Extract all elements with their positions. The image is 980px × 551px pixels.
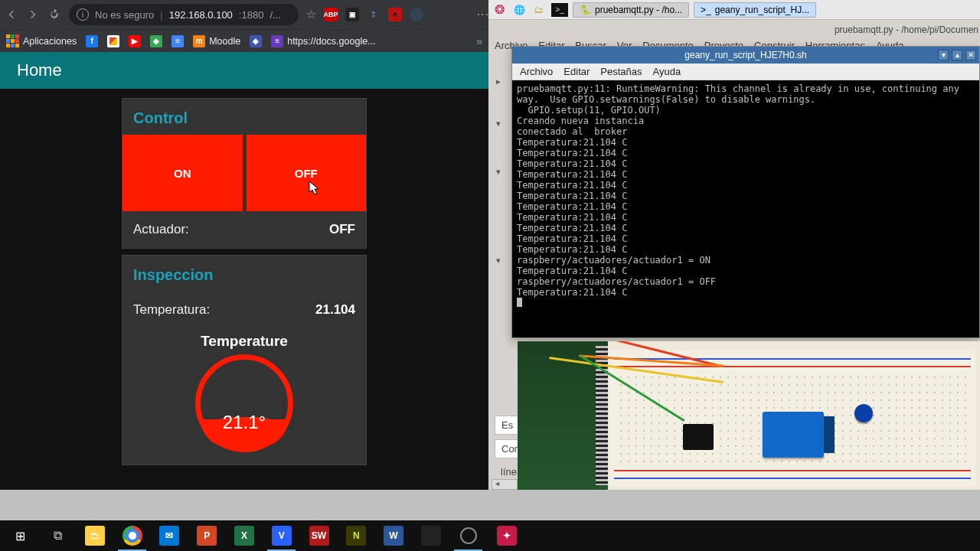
terminal-output[interactable]: pruebamqtt.py:11: RuntimeWarning: This c… bbox=[512, 80, 979, 337]
vnc-taskbar-button[interactable]: V bbox=[264, 520, 299, 551]
forward-button[interactable] bbox=[26, 8, 40, 21]
off-button[interactable]: OFF bbox=[247, 135, 367, 211]
camera-photo bbox=[518, 341, 980, 490]
facebook-icon: f bbox=[86, 35, 98, 47]
bookmark-docs[interactable]: ≡https://docs.google... bbox=[271, 35, 375, 47]
terminal-window: geany_run_script_HJE7H0.sh ▾ ▴ ✕ Archivo… bbox=[511, 46, 980, 338]
horizontal-scrollbar[interactable] bbox=[492, 479, 518, 490]
tree-toggle-icon[interactable]: ▾ bbox=[496, 167, 511, 177]
terminal-menu-item[interactable]: Pestañas bbox=[600, 66, 642, 77]
inspeccion-title: Inspeccion bbox=[122, 256, 366, 292]
powerpoint-icon: P bbox=[197, 526, 217, 546]
youtube-icon: ▶ bbox=[129, 35, 141, 47]
books-icon: ≡ bbox=[172, 35, 184, 47]
app-icon bbox=[421, 526, 441, 546]
terminal-titlebar[interactable]: geany_run_script_HJE7H0.sh ▾ ▴ ✕ bbox=[512, 47, 979, 64]
terminal-menu-item[interactable]: Editar bbox=[564, 66, 590, 77]
reload-icon bbox=[48, 8, 60, 21]
off-label: OFF bbox=[295, 167, 318, 180]
control-title: Control bbox=[122, 99, 366, 135]
geany-window-title: pruebamqtt.py - /home/pi/Documen bbox=[835, 24, 978, 35]
chrome-taskbar-button[interactable] bbox=[115, 520, 149, 551]
temperature-value: 21.104 bbox=[315, 302, 355, 318]
tree-toggle-icon[interactable]: ▸ bbox=[496, 77, 511, 86]
bookmark-star-icon[interactable]: ☆ bbox=[306, 8, 316, 21]
reload-button[interactable] bbox=[47, 8, 61, 21]
file-manager-icon[interactable]: 🗂 bbox=[531, 2, 547, 18]
temperature-gauge: 21.1° bbox=[195, 354, 293, 452]
bookmark-facebook[interactable]: f bbox=[86, 35, 98, 47]
profile-avatar-icon[interactable] bbox=[410, 8, 423, 21]
page-title: Home bbox=[0, 52, 488, 89]
taskbar-item-geany[interactable]: 🐍pruebamqtt.py - /ho... bbox=[573, 2, 689, 18]
file-explorer-button[interactable]: 🗀 bbox=[78, 520, 113, 551]
relay-module bbox=[763, 412, 824, 458]
solidworks-taskbar-button[interactable]: SW bbox=[302, 520, 336, 551]
address-bar[interactable]: i No es seguro | 192.168.0.100:1880/... bbox=[69, 4, 299, 25]
bookmark-books[interactable]: ≡ bbox=[172, 35, 184, 47]
raspberry-menu-icon[interactable]: ❂ bbox=[492, 2, 507, 18]
dashboard-body: Control ON OFF Actuador: OFF bbox=[0, 89, 488, 481]
bookmark-gmail[interactable] bbox=[107, 35, 119, 47]
obs-taskbar-button[interactable] bbox=[451, 520, 485, 551]
tree-toggle-icon[interactable]: ▾ bbox=[496, 119, 511, 129]
on-button[interactable]: ON bbox=[122, 135, 243, 211]
rpi-desktop: ❂ 🌐 🗂 >_ 🐍pruebamqtt.py - /ho... >_geany… bbox=[488, 0, 980, 490]
folder-icon: 🗀 bbox=[85, 526, 105, 546]
powerpoint-taskbar-button[interactable]: P bbox=[190, 520, 224, 551]
apps-grid-icon bbox=[6, 34, 19, 47]
tree-toggle-icon[interactable]: ▾ bbox=[496, 256, 511, 266]
minimize-button[interactable]: ▾ bbox=[938, 50, 949, 60]
terminal-launcher-icon[interactable]: >_ bbox=[551, 3, 568, 17]
python-file-icon: 🐍 bbox=[580, 5, 591, 15]
extension-icon[interactable]: ▣ bbox=[345, 8, 359, 21]
start-button[interactable]: ⊞ bbox=[3, 520, 38, 551]
close-button[interactable]: ✕ bbox=[965, 50, 976, 60]
arrow-right-icon bbox=[27, 8, 39, 21]
chrome-window: i No es seguro | 192.168.0.100:1880/... … bbox=[0, 0, 488, 490]
app-taskbar-button[interactable] bbox=[413, 520, 448, 551]
task-view-icon: ⧉ bbox=[54, 529, 62, 543]
app-taskbar-button[interactable]: ✦ bbox=[492, 520, 522, 551]
bookmark-youtube[interactable]: ▶ bbox=[129, 35, 141, 47]
temperature-row: Temperatura: 21.104 bbox=[122, 292, 366, 328]
gauge-title: Temperature bbox=[122, 333, 366, 350]
terminal-title-text: geany_run_script_HJE7H0.sh bbox=[684, 50, 806, 60]
control-card: Control ON OFF Actuador: OFF bbox=[122, 98, 367, 249]
site-info-icon[interactable]: i bbox=[77, 8, 89, 21]
extension-icon-2[interactable]: ⦙⦙ bbox=[367, 8, 381, 21]
apps-label: Aplicaciones bbox=[23, 36, 77, 47]
maximize-button[interactable]: ▴ bbox=[952, 50, 962, 60]
notepad-taskbar-button[interactable]: N bbox=[339, 520, 374, 551]
task-view-button[interactable]: ⧉ bbox=[41, 520, 75, 551]
windows-taskbar-right: ✦ bbox=[488, 520, 980, 551]
windows-taskbar: ⊞ ⧉ 🗀 ✉ P X V SW N W bbox=[0, 520, 488, 551]
rpi-panel: ❂ 🌐 🗂 >_ 🐍pruebamqtt.py - /ho... >_geany… bbox=[488, 0, 980, 20]
chrome-menu-button[interactable]: ⋮ bbox=[481, 8, 484, 21]
bookmark-moodle[interactable]: mMoodle bbox=[193, 35, 240, 47]
taskbar-item-terminal[interactable]: >_geany_run_script_HJ... bbox=[694, 2, 816, 18]
terminal-menu-item[interactable]: Ayuda bbox=[653, 66, 681, 77]
word-taskbar-button[interactable]: W bbox=[377, 520, 411, 551]
docs-icon: ≡ bbox=[271, 35, 283, 47]
bookmarks-bar: Aplicaciones f ▶ ◆ ≡ mMoodle ◆ ≡https://… bbox=[0, 29, 488, 52]
excel-icon: X bbox=[234, 526, 254, 546]
bookmarks-overflow-button[interactable]: » bbox=[476, 35, 482, 47]
notepadpp-icon: N bbox=[346, 526, 366, 546]
actuator-label: Actuador: bbox=[133, 222, 189, 237]
vnc-icon: V bbox=[272, 526, 292, 546]
excel-taskbar-button[interactable]: X bbox=[227, 520, 262, 551]
back-button[interactable] bbox=[5, 8, 18, 21]
apps-shortcut[interactable]: Aplicaciones bbox=[6, 34, 77, 47]
bookmark-item[interactable]: ◆ bbox=[250, 35, 262, 47]
moodle-icon: m bbox=[193, 35, 205, 47]
mail-taskbar-button[interactable]: ✉ bbox=[152, 520, 187, 551]
web-browser-icon[interactable]: 🌐 bbox=[511, 2, 527, 18]
bookmark-maps[interactable]: ◆ bbox=[150, 35, 162, 47]
adblock-extension-icon[interactable]: ABP bbox=[324, 8, 338, 21]
potentiometer bbox=[854, 404, 873, 422]
terminal-menu-item[interactable]: Archivo bbox=[520, 66, 553, 77]
cursor-icon bbox=[309, 181, 321, 196]
pdf-extension-icon[interactable]: A bbox=[388, 8, 402, 21]
bookmark-icon: ◆ bbox=[250, 35, 262, 47]
